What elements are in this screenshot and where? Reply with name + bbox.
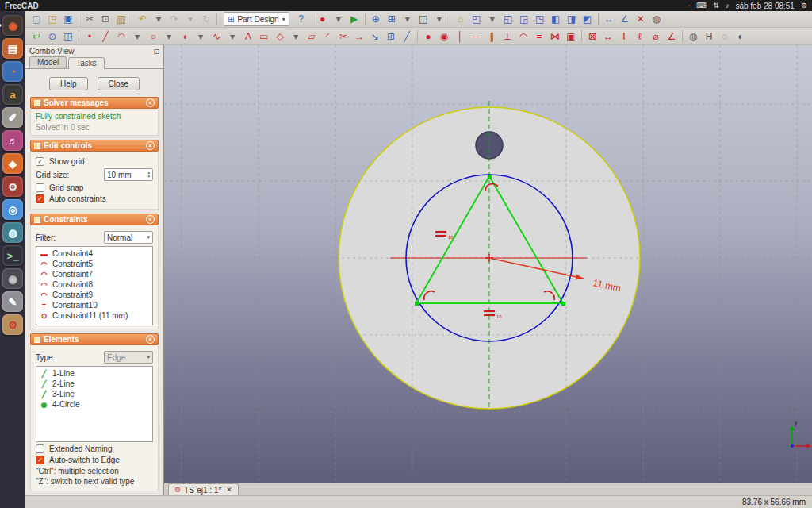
circle-menu-icon[interactable]: ▾ <box>161 29 177 44</box>
macro-menu-icon[interactable]: ▾ <box>331 12 347 27</box>
constraint-vertical-icon[interactable]: │ <box>452 29 468 44</box>
element-item[interactable]: ╱ 1-Line <box>38 368 151 379</box>
view-menu-icon[interactable]: ▾ <box>485 12 500 27</box>
redo-icon[interactable]: ↷ <box>167 12 182 27</box>
new-document-icon[interactable]: ▢ <box>29 12 44 27</box>
launcher-item-chromium[interactable]: ◎ <box>2 199 23 220</box>
spinner-icon[interactable]: ▴▾ <box>147 171 150 179</box>
constraint-horizontal-icon[interactable]: ─ <box>468 29 484 44</box>
constraint-block-icon[interactable]: ▣ <box>563 29 579 44</box>
undo-menu-icon[interactable]: ▾ <box>151 12 167 27</box>
launcher-item-screenshot[interactable]: ◉ <box>2 268 23 289</box>
view-isometric-icon[interactable]: ◰ <box>469 12 485 27</box>
launcher-item-software-center[interactable]: ◈ <box>2 153 23 174</box>
create-conic-icon[interactable]: ◖ <box>177 29 193 44</box>
view-left-icon[interactable]: ◩ <box>580 12 596 27</box>
carbon-copy-icon[interactable]: ⊞ <box>383 29 399 44</box>
auto-switch-checkbox[interactable]: ✓ <box>36 456 44 464</box>
launcher-item-text-editor[interactable]: ✎ <box>2 291 23 312</box>
show-grid-checkbox[interactable]: ✓ <box>36 157 44 166</box>
arc-menu-icon[interactable]: ▾ <box>129 29 145 44</box>
constraint-point-on-object-icon[interactable]: ◉ <box>436 29 452 44</box>
view-bottom-icon[interactable]: ◨ <box>564 12 580 27</box>
launcher-item-rhythmbox[interactable]: ♬ <box>2 130 23 151</box>
constraint-item[interactable]: ◠ Constraint7 <box>38 269 151 279</box>
whats-this-icon[interactable]: ? <box>293 12 309 27</box>
element-item[interactable]: ◉ 4-Circle <box>38 399 151 410</box>
session-gear-icon[interactable]: ⚙ <box>801 0 807 11</box>
create-bspline-icon[interactable]: ∿ <box>209 29 224 44</box>
auto-constraints-checkbox[interactable]: ✓ <box>36 194 44 203</box>
extend-edge-icon[interactable]: → <box>351 29 367 44</box>
measure-toggle-icon[interactable]: ◍ <box>649 12 665 27</box>
edit-controls-header[interactable]: Edit controls ✕ <box>30 140 159 152</box>
measure-clear-icon[interactable]: ✕ <box>633 12 649 27</box>
save-document-icon[interactable]: ▣ <box>60 12 76 27</box>
constraint-distance-y-icon[interactable]: I <box>616 29 632 44</box>
view-rear-icon[interactable]: ◧ <box>548 12 564 27</box>
view-right-icon[interactable]: ◳ <box>532 12 548 27</box>
constraint-item[interactable]: = Constraint10 <box>38 300 151 310</box>
view-top-icon[interactable]: ◲ <box>516 12 532 27</box>
constraint-item[interactable]: ◠ Constraint8 <box>38 279 151 290</box>
close-tab-icon[interactable]: ✕ <box>226 486 232 494</box>
constraint-radius-icon[interactable]: ⌀ <box>648 29 664 44</box>
constraint-item[interactable]: ◠ Constraint5 <box>38 259 151 269</box>
elements-header[interactable]: Elements ✕ <box>30 333 159 345</box>
zoom-selection-icon[interactable]: ⊞ <box>384 12 400 27</box>
create-polyline-icon[interactable]: Λ <box>240 29 256 44</box>
create-line-icon[interactable]: ╱ <box>98 29 113 44</box>
show-hide-internal-geometry-icon[interactable]: ◌ <box>717 29 733 44</box>
create-fillet-icon[interactable]: ◜ <box>320 29 335 44</box>
bspline-menu-icon[interactable]: ▾ <box>224 29 240 44</box>
view-section-icon[interactable]: ◫ <box>60 29 76 44</box>
copy-icon[interactable]: ⊡ <box>98 12 113 27</box>
toggle-driving-constraint-icon[interactable]: ◍ <box>685 29 701 44</box>
external-geometry-icon[interactable]: ↘ <box>367 29 383 44</box>
help-button[interactable]: Help <box>49 77 88 90</box>
draw-style-icon[interactable]: ◫ <box>416 12 431 27</box>
launcher-item-firefox[interactable]: ◔ <box>2 61 23 82</box>
launcher-item-amazon[interactable]: a <box>2 84 23 105</box>
constraint-parallel-icon[interactable]: ∥ <box>484 29 500 44</box>
conic-menu-icon[interactable]: ▾ <box>193 29 209 44</box>
collapse-icon[interactable]: ✕ <box>146 215 155 224</box>
constraint-coincident-icon[interactable]: ● <box>420 29 436 44</box>
extended-naming-checkbox[interactable] <box>36 444 44 453</box>
launcher-item-freecad[interactable]: ⚙ <box>2 314 23 335</box>
view-front-icon[interactable]: ◱ <box>500 12 516 27</box>
macro-record-icon[interactable]: ● <box>315 12 331 27</box>
launcher-item-transmission[interactable]: ◍ <box>2 222 23 243</box>
view-fit-icon[interactable]: ⌂ <box>453 12 469 27</box>
launcher-item-files[interactable]: ▤ <box>2 38 23 59</box>
document-tab[interactable]: ⚙ TS-ej1 : 1* ✕ <box>168 483 239 495</box>
view-sketch-icon[interactable]: ⊙ <box>44 29 60 44</box>
grid-size-input[interactable]: 10 mm ▴▾ <box>104 168 153 181</box>
constraint-length-icon[interactable]: ℓ <box>632 29 648 44</box>
collapse-icon[interactable]: ✕ <box>146 335 155 344</box>
element-item[interactable]: ╱ 2-Line <box>38 379 151 389</box>
leave-sketch-icon[interactable]: ↩ <box>29 29 44 44</box>
macro-play-icon[interactable]: ▶ <box>347 12 362 27</box>
filter-select[interactable]: Normal ▾ <box>104 231 153 244</box>
element-item[interactable]: ╱ 3-Line <box>38 389 151 399</box>
constraint-item[interactable]: ◠ Constraint9 <box>38 290 151 300</box>
constraint-angle-icon[interactable]: ∠ <box>664 29 680 44</box>
workbench-selector[interactable]: ⊞ Part Design ▾ <box>224 12 289 26</box>
close-button[interactable]: Close <box>98 77 140 90</box>
constraint-tangent-icon[interactable]: ◠ <box>515 29 531 44</box>
open-document-icon[interactable]: ◳ <box>44 12 60 27</box>
constraint-distance-x-icon[interactable]: ↔ <box>600 29 616 44</box>
draw-style-menu-icon[interactable]: ▾ <box>431 12 447 27</box>
launcher-item-terminal[interactable]: >_ <box>2 245 23 266</box>
solver-messages-header[interactable]: Solver messages ✕ <box>30 97 159 109</box>
create-arc-icon[interactable]: ◠ <box>113 29 129 44</box>
collapse-icon[interactable]: ✕ <box>146 141 155 150</box>
constraint-perpendicular-icon[interactable]: ⊥ <box>500 29 515 44</box>
constraint-item[interactable]: ▬ Constraint4 <box>38 248 151 259</box>
construction-mode-icon[interactable]: ╱ <box>399 29 415 44</box>
3d-viewport[interactable]: 10 10 11 mm <box>164 45 812 483</box>
redo-menu-icon[interactable]: ▾ <box>182 12 198 27</box>
undo-icon[interactable]: ↶ <box>135 12 151 27</box>
zoom-in-icon[interactable]: ⊕ <box>368 12 384 27</box>
